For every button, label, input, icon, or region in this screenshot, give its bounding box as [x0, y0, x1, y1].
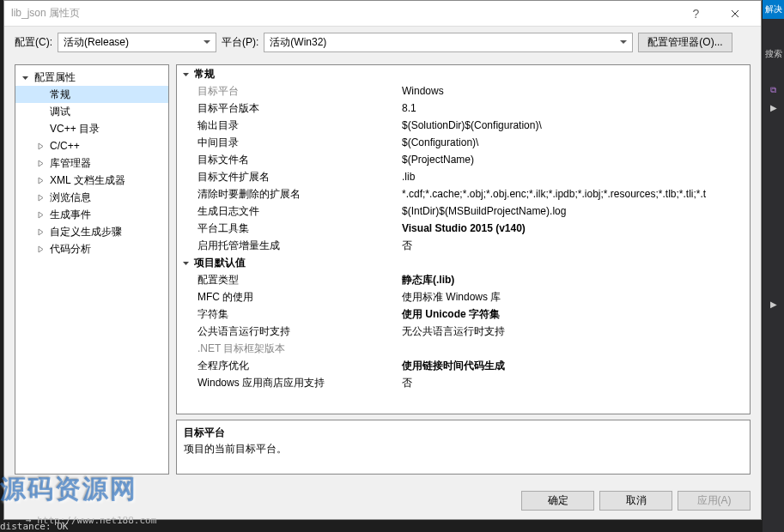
strip-vs-icon[interactable]: ⧉ — [763, 81, 784, 100]
prop-row[interactable]: 平台工具集Visual Studio 2015 (v140) — [177, 220, 750, 237]
tree-item[interactable]: C/C++ — [15, 137, 168, 154]
prop-row[interactable]: 目标平台Windows — [177, 82, 750, 100]
tree-item[interactable]: 库管理器 — [15, 154, 168, 172]
prop-value[interactable]: .lib — [398, 171, 750, 183]
expand-icon[interactable] — [34, 209, 46, 221]
expand-icon[interactable] — [34, 226, 46, 238]
right-strip: 解决 搜索 ⧉ ▶ ▶ — [763, 0, 784, 532]
prop-row[interactable]: 生成日志文件$(IntDir)$(MSBuildProjectName).log — [177, 203, 750, 220]
tree-item-label: VC++ 目录 — [46, 122, 100, 136]
tree-item[interactable]: VC++ 目录 — [15, 120, 168, 137]
tree-item-label: 调试 — [46, 105, 70, 119]
prop-value[interactable]: 使用链接时间代码生成 — [398, 359, 750, 373]
prop-value[interactable]: 无公共语言运行时支持 — [398, 324, 750, 339]
titlebar: lib_json 属性页 ? — [4, 1, 761, 27]
expand-icon[interactable] — [34, 191, 46, 203]
prop-row[interactable]: MFC 的使用使用标准 Windows 库 — [177, 288, 750, 305]
prop-name: 中间目录 — [177, 136, 398, 150]
prop-section-header[interactable]: 项目默认值 — [177, 254, 750, 271]
prop-row[interactable]: 清除时要删除的扩展名*.cdf;*.cache;*.obj;*.obj.enc;… — [177, 185, 750, 203]
expand-icon[interactable] — [34, 140, 46, 152]
cancel-button[interactable]: 取消 — [599, 491, 672, 511]
strip-arrow-icon[interactable]: ▶ — [763, 103, 784, 112]
prop-row[interactable]: 配置类型静态库(.lib) — [177, 271, 750, 288]
tree-root[interactable]: 配置属性 — [15, 69, 168, 86]
prop-value[interactable]: *.cdf;*.cache;*.obj;*.obj.enc;*.ilk;*.ip… — [398, 188, 750, 200]
prop-value[interactable]: 否 — [398, 239, 750, 253]
prop-row[interactable]: 输出目录$(SolutionDir)$(Configuration)\ — [177, 117, 750, 134]
prop-value[interactable]: Visual Studio 2015 (v140) — [398, 222, 750, 234]
collapse-icon[interactable] — [180, 69, 191, 79]
tree-item[interactable]: 常规 — [15, 86, 168, 103]
close-button[interactable] — [715, 1, 754, 27]
prop-row[interactable]: 启用托管增量生成否 — [177, 237, 750, 254]
platform-select[interactable]: 活动(Win32) — [264, 33, 633, 52]
expand-icon[interactable] — [34, 157, 46, 169]
strip-solution-button[interactable]: 解决 — [763, 0, 784, 19]
config-label: 配置(C): — [15, 35, 52, 50]
prop-value[interactable]: $(SolutionDir)$(Configuration)\ — [398, 119, 750, 131]
sidebar-tree[interactable]: 配置属性 常规调试VC++ 目录C/C++库管理器XML 文档生成器浏览信息生成… — [15, 64, 169, 475]
collapse-icon[interactable] — [180, 257, 191, 268]
prop-value[interactable]: 否 — [398, 376, 750, 390]
content-area: 常规目标平台Windows目标平台版本8.1输出目录$(SolutionDir)… — [176, 64, 751, 475]
prop-value[interactable]: $(ProjectName) — [398, 154, 750, 166]
tree-item[interactable]: XML 文档生成器 — [15, 172, 168, 189]
prop-name: 字符集 — [177, 307, 398, 322]
strip-arrow-icon-2[interactable]: ▶ — [763, 299, 784, 309]
prop-name: 目标平台 — [177, 84, 398, 99]
property-grid[interactable]: 常规目标平台Windows目标平台版本8.1输出目录$(SolutionDir)… — [176, 64, 751, 414]
section-title: 常规 — [191, 67, 215, 82]
tree-item-label: 库管理器 — [46, 156, 91, 171]
prop-name: 目标文件扩展名 — [177, 170, 398, 184]
tree-item-label: 生成事件 — [46, 208, 91, 222]
prop-name: .NET 目标框架版本 — [177, 342, 398, 356]
help-button[interactable]: ? — [677, 1, 715, 27]
prop-row[interactable]: 全程序优化使用链接时间代码生成 — [177, 357, 750, 374]
tree-item-label: 浏览信息 — [46, 190, 91, 205]
prop-row[interactable]: 目标平台版本8.1 — [177, 100, 750, 117]
prop-name: 清除时要删除的扩展名 — [177, 187, 398, 202]
ok-button[interactable]: 确定 — [521, 491, 594, 511]
prop-row[interactable]: 公共语言运行时支持无公共语言运行时支持 — [177, 323, 750, 340]
tree-item-label: 代码分析 — [46, 242, 91, 257]
tree-item-label: 自定义生成步骤 — [46, 225, 122, 239]
prop-row[interactable]: 目标文件扩展名.lib — [177, 168, 750, 185]
description-text: 项目的当前目标平台。 — [184, 442, 743, 456]
prop-row[interactable]: 目标文件名$(ProjectName) — [177, 151, 750, 168]
prop-value[interactable]: 使用标准 Windows 库 — [398, 290, 750, 305]
property-dialog: lib_json 属性页 ? 配置(C): 活动(Release) 平台(P):… — [3, 0, 762, 520]
config-manager-button[interactable]: 配置管理器(O)... — [638, 33, 732, 52]
tree-item[interactable]: 生成事件 — [15, 206, 168, 223]
prop-value[interactable]: $(IntDir)$(MSBuildProjectName).log — [398, 205, 750, 217]
strip-search-button[interactable]: 搜索 — [763, 45, 784, 63]
prop-value[interactable]: Windows — [398, 85, 750, 97]
prop-name: 全程序优化 — [177, 359, 398, 373]
prop-value[interactable]: $(Configuration)\ — [398, 136, 750, 148]
prop-row[interactable]: .NET 目标框架版本 — [177, 340, 750, 357]
close-icon — [731, 9, 739, 18]
prop-value[interactable]: 8.1 — [398, 102, 750, 114]
prop-name: 目标平台版本 — [177, 101, 398, 116]
prop-row[interactable]: Windows 应用商店应用支持否 — [177, 374, 750, 391]
platform-label: 平台(P): — [222, 35, 258, 50]
tree-item[interactable]: 浏览信息 — [15, 189, 168, 206]
expand-icon[interactable] — [34, 174, 46, 186]
prop-value[interactable]: 静态库(.lib) — [398, 273, 750, 287]
prop-name: 公共语言运行时支持 — [177, 324, 398, 339]
prop-section-header[interactable]: 常规 — [177, 65, 750, 82]
description-title: 目标平台 — [184, 426, 743, 440]
prop-row[interactable]: 中间目录$(Configuration)\ — [177, 134, 750, 151]
prop-row[interactable]: 字符集使用 Unicode 字符集 — [177, 305, 750, 323]
config-select[interactable]: 活动(Release) — [58, 33, 216, 52]
expand-icon[interactable] — [34, 243, 46, 255]
tree-item[interactable]: 自定义生成步骤 — [15, 223, 168, 240]
tree-item-label: XML 文档生成器 — [46, 173, 125, 188]
prop-name: 生成日志文件 — [177, 204, 398, 219]
collapse-icon[interactable] — [19, 71, 31, 83]
tree-item[interactable]: 调试 — [15, 103, 168, 120]
tree-item[interactable]: 代码分析 — [15, 240, 168, 257]
apply-button[interactable]: 应用(A) — [678, 491, 751, 511]
prop-value[interactable]: 使用 Unicode 字符集 — [398, 307, 750, 322]
tree-item-label: C/C++ — [46, 140, 80, 152]
